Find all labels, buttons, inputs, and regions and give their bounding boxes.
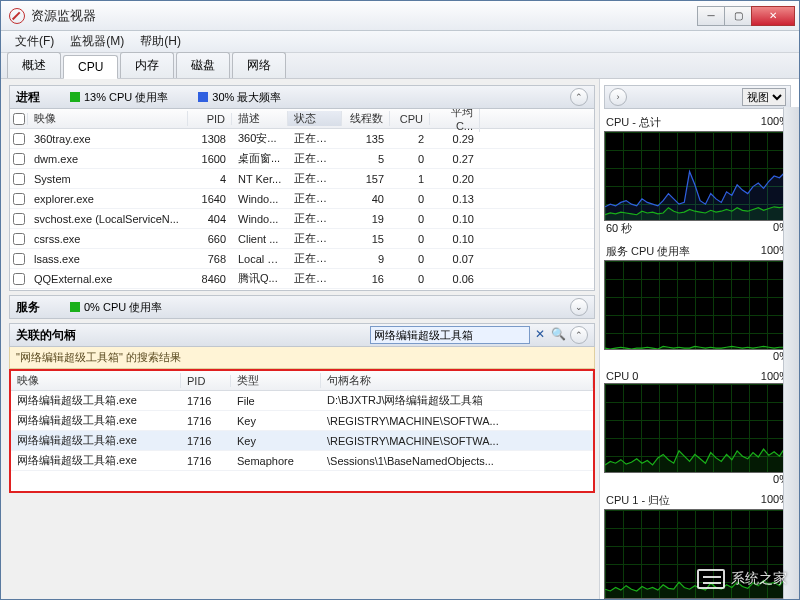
row-checkbox[interactable] (13, 153, 25, 165)
row-checkbox[interactable] (13, 233, 25, 245)
cell-image: System (28, 173, 188, 185)
handles-search-input[interactable] (370, 326, 530, 344)
hcol-pid[interactable]: PID (181, 375, 231, 387)
chart-canvas (604, 383, 791, 473)
table-row[interactable]: 网络编辑超级工具箱.exe 1716 Key \REGISTRY\MACHINE… (11, 431, 593, 451)
cell-avg: 0.20 (430, 173, 480, 185)
legend-green-icon (70, 92, 80, 102)
legend-blue-icon (198, 92, 208, 102)
titlebar[interactable]: 资源监视器 ─ ▢ ✕ (1, 1, 799, 31)
resource-monitor-window: 资源监视器 ─ ▢ ✕ 文件(F) 监视器(M) 帮助(H) 概述 CPU 内存… (0, 0, 800, 600)
col-threads[interactable]: 线程数 (342, 111, 390, 126)
cell-status: 正在运行 (288, 211, 342, 226)
cell-pid: 660 (188, 233, 232, 245)
col-image[interactable]: 映像 (28, 111, 188, 126)
cell-cpu: 0 (390, 193, 430, 205)
menu-monitor[interactable]: 监视器(M) (62, 33, 132, 50)
menu-help[interactable]: 帮助(H) (132, 33, 189, 50)
cell-threads: 19 (342, 213, 390, 225)
search-icon[interactable]: 🔍 (550, 327, 566, 343)
table-row[interactable]: svchost.exe (LocalServiceN... 404 Windo.… (10, 209, 594, 229)
cell-type: Key (231, 415, 321, 427)
table-row[interactable]: 360tray.exe 1308 360安... 正在运行 135 2 0.29 (10, 129, 594, 149)
collapse-handles-icon[interactable]: ⌃ (570, 326, 588, 344)
processes-header[interactable]: 进程 13% CPU 使用率 30% 最大频率 ⌃ (9, 85, 595, 109)
table-row[interactable]: explorer.exe 1640 Windo... 正在运行 40 0 0.1… (10, 189, 594, 209)
table-row[interactable]: 网络编辑超级工具箱.exe 1716 Semaphore \Sessions\1… (11, 451, 593, 471)
chart-canvas (604, 131, 791, 221)
cell-status: 正在运行 (288, 131, 342, 146)
expand-services-icon[interactable]: ⌄ (570, 298, 588, 316)
table-row[interactable]: 网络编辑超级工具箱.exe 1716 File D:\BJXTRJ\网络编辑超级… (11, 391, 593, 411)
table-row[interactable]: 网络编辑超级工具箱.exe 1716 Key \REGISTRY\MACHINE… (11, 411, 593, 431)
collapse-processes-icon[interactable]: ⌃ (570, 88, 588, 106)
col-desc[interactable]: 描述 (232, 111, 288, 126)
minimize-button[interactable]: ─ (697, 6, 725, 26)
cell-cpu: 0 (390, 273, 430, 285)
col-pid[interactable]: PID (188, 113, 232, 125)
table-row[interactable]: dwm.exe 1600 桌面窗... 正在运行 5 0 0.27 (10, 149, 594, 169)
cell-pid: 1716 (181, 455, 231, 467)
row-checkbox[interactable] (13, 173, 25, 185)
chart-block: 服务 CPU 使用率100% 0% (604, 244, 791, 362)
tab-memory[interactable]: 内存 (120, 52, 174, 78)
cell-desc: 桌面窗... (232, 151, 288, 166)
cell-status: 正在运行 (288, 271, 342, 286)
chart-block: CPU - 总计100% 60 秒0% (604, 115, 791, 236)
table-row[interactable]: lsass.exe 768 Local S... 正在运行 9 0 0.07 (10, 249, 594, 269)
cell-type: Semaphore (231, 455, 321, 467)
select-all-checkbox[interactable] (13, 113, 25, 125)
tab-overview[interactable]: 概述 (7, 52, 61, 78)
row-checkbox[interactable] (13, 193, 25, 205)
row-checkbox[interactable] (13, 213, 25, 225)
cell-threads: 157 (342, 173, 390, 185)
maximize-button[interactable]: ▢ (724, 6, 752, 26)
cell-cpu: 0 (390, 253, 430, 265)
cell-image: 360tray.exe (28, 133, 188, 145)
app-icon (9, 8, 25, 24)
table-row[interactable]: System 4 NT Ker... 正在运行 157 1 0.20 (10, 169, 594, 189)
menu-file[interactable]: 文件(F) (7, 33, 62, 50)
chart-title: CPU 1 - 归位 (606, 493, 670, 508)
search-results-banner: "网络编辑超级工具箱" 的搜索结果 (9, 347, 595, 369)
clear-search-icon[interactable]: ✕ (532, 327, 548, 343)
col-cpu[interactable]: CPU (390, 113, 430, 125)
col-avg[interactable]: 平均 C... (430, 109, 480, 132)
close-button[interactable]: ✕ (751, 6, 795, 26)
table-row[interactable]: csrss.exe 660 Client ... 正在运行 15 0 0.10 (10, 229, 594, 249)
hcol-type[interactable]: 类型 (231, 373, 321, 388)
tab-disk[interactable]: 磁盘 (176, 52, 230, 78)
col-status[interactable]: 状态 (288, 111, 342, 126)
hcol-image[interactable]: 映像 (11, 373, 181, 388)
view-select[interactable]: 视图 (742, 88, 786, 106)
cell-status: 正在运行 (288, 191, 342, 206)
cell-image: QQExternal.exe (28, 273, 188, 285)
cell-threads: 15 (342, 233, 390, 245)
cell-avg: 0.06 (430, 273, 480, 285)
charts-toolbar: › 视图 (604, 85, 791, 109)
cell-type: Key (231, 435, 321, 447)
tab-network[interactable]: 网络 (232, 52, 286, 78)
chart-title: 服务 CPU 使用率 (606, 244, 690, 259)
cpu-usage-text: 13% CPU 使用率 (84, 90, 168, 105)
charts-scrollbar[interactable] (783, 107, 799, 599)
highlight-box: 映像 PID 类型 句柄名称 网络编辑超级工具箱.exe 1716 File D… (9, 369, 595, 493)
cell-image: 网络编辑超级工具箱.exe (11, 413, 181, 428)
cell-avg: 0.13 (430, 193, 480, 205)
services-cpu-text: 0% CPU 使用率 (84, 300, 162, 315)
collapse-charts-icon[interactable]: › (609, 88, 627, 106)
hcol-name[interactable]: 句柄名称 (321, 373, 593, 388)
tab-cpu[interactable]: CPU (63, 55, 118, 79)
services-header[interactable]: 服务 0% CPU 使用率 ⌄ (9, 295, 595, 319)
row-checkbox[interactable] (13, 133, 25, 145)
row-checkbox[interactable] (13, 273, 25, 285)
table-row[interactable]: QQExternal.exe 8460 腾讯Q... 正在运行 16 0 0.0… (10, 269, 594, 289)
chart-xlabel: 60 秒 (606, 221, 632, 236)
row-checkbox[interactable] (13, 253, 25, 265)
cell-desc: Client ... (232, 233, 288, 245)
cell-image: 网络编辑超级工具箱.exe (11, 453, 181, 468)
cell-threads: 5 (342, 153, 390, 165)
chart-title: CPU 0 (606, 370, 638, 382)
cell-status: 正在运行 (288, 251, 342, 266)
menubar: 文件(F) 监视器(M) 帮助(H) (1, 31, 799, 53)
